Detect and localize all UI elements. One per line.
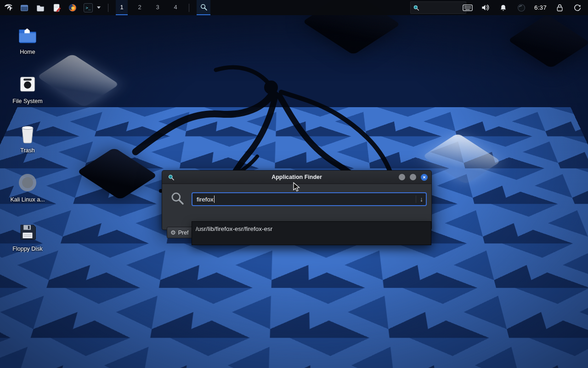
desktop-icon-label: Floppy Disk [12, 246, 42, 252]
desktop-icon-file-system[interactable]: File System [5, 73, 51, 122]
minimize-button[interactable] [399, 174, 405, 180]
text-editor-icon[interactable] [51, 3, 62, 13]
panel-separator [189, 4, 189, 12]
window-app-icon [166, 172, 176, 182]
completion-item[interactable]: /usr/lib/firefox-esr/firefox-esr [192, 222, 431, 235]
file-manager-icon[interactable] [35, 3, 45, 13]
panel-search-button[interactable] [197, 0, 210, 15]
tasklist-item-application-finder[interactable] [410, 1, 466, 14]
workspace-3[interactable]: 3 [152, 0, 164, 15]
lock-icon[interactable] [554, 3, 565, 13]
floppy-disk-icon [17, 221, 39, 243]
close-button[interactable]: × [421, 174, 428, 181]
files-app-icon[interactable] [19, 3, 29, 13]
application-finder-window: Application Finder × firefox ↓ ⚙ Pref /u… [162, 170, 432, 230]
desktop-icon-kali-docs[interactable]: Kali Linux a... [5, 172, 51, 221]
home-folder-icon [17, 24, 39, 46]
kali-menu-icon[interactable] [3, 3, 13, 13]
firefox-icon[interactable] [68, 3, 78, 13]
terminal-prompt-glyph: >_ [86, 6, 91, 10]
desktop-icon-floppy-disk[interactable]: Floppy Disk [5, 221, 51, 270]
gear-icon: ⚙ [170, 229, 176, 236]
desktop-icons: Home File System Trash [5, 24, 51, 270]
terminal-icon[interactable]: >_ [84, 3, 93, 12]
volume-icon[interactable] [481, 3, 491, 13]
search-icon [170, 191, 185, 207]
tasklist-app-icon [413, 5, 419, 11]
window-title: Application Finder [162, 174, 431, 180]
dropdown-arrow-icon[interactable]: ↓ [416, 196, 423, 203]
top-panel: >_ 1 2 3 4 [0, 0, 588, 15]
text-caret [214, 196, 215, 203]
maximize-button[interactable] [410, 174, 416, 180]
search-input-value: firefox [197, 196, 214, 203]
status-circle-icon[interactable] [516, 3, 526, 13]
drive-icon [17, 73, 39, 95]
workspace-4[interactable]: 4 [170, 0, 181, 15]
notifications-bell-icon[interactable] [498, 3, 509, 13]
logout-power-icon[interactable] [572, 3, 582, 13]
desktop-icon-home[interactable]: Home [5, 24, 51, 73]
mouse-cursor [293, 182, 302, 192]
search-input[interactable]: firefox ↓ [192, 192, 427, 206]
clock[interactable]: 6:37 [534, 4, 547, 11]
desktop-icon-label: File System [12, 98, 42, 104]
preferences-label: Pref [178, 230, 189, 236]
desktop-icon-label: Trash [20, 147, 35, 154]
completion-popup: /usr/lib/firefox-esr/firefox-esr [192, 221, 431, 245]
trash-icon [17, 122, 39, 144]
kali-circle-icon [17, 172, 39, 194]
workspace-1[interactable]: 1 [116, 0, 128, 15]
panel-separator [108, 4, 108, 12]
workspace-2[interactable]: 2 [134, 0, 146, 15]
desktop-icon-label: Kali Linux a... [10, 196, 45, 203]
desktop-icon-trash[interactable]: Trash [5, 122, 51, 172]
desktop-icon-label: Home [20, 49, 35, 55]
launcher-dropdown-caret-icon[interactable] [97, 6, 101, 9]
